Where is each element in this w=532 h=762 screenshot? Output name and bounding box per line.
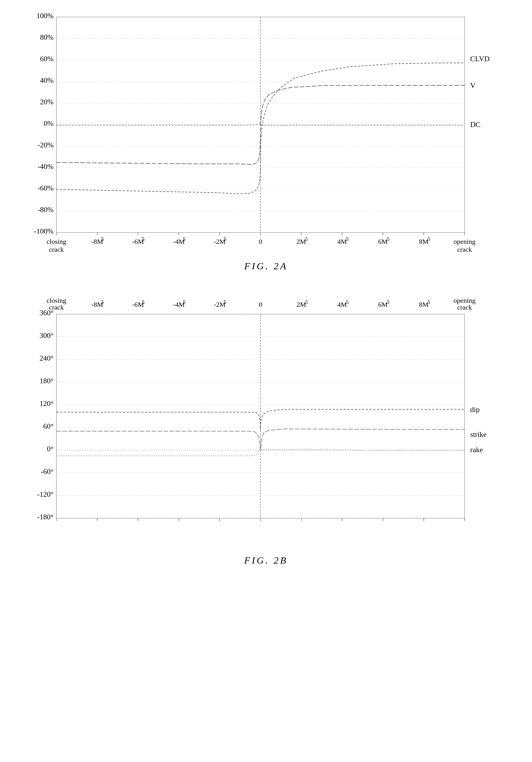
svg-text:-40%: -40% — [38, 162, 53, 171]
svg-text:CLVD: CLVD — [470, 55, 490, 63]
svg-text:240°: 240° — [39, 354, 53, 362]
svg-text:4M: 4M — [337, 238, 346, 245]
svg-text:8M: 8M — [419, 301, 428, 308]
svg-text:opening: opening — [453, 297, 475, 304]
svg-text:120°: 120° — [39, 400, 53, 408]
svg-text:crack: crack — [457, 304, 472, 311]
svg-text:-60%: -60% — [38, 184, 53, 192]
svg-text:closing: closing — [46, 238, 66, 245]
svg-text:80%: 80% — [40, 33, 53, 41]
fig-2a-caption: FIG. 2A — [244, 261, 288, 271]
svg-text:V: V — [470, 81, 476, 90]
svg-text:40%: 40% — [40, 76, 53, 85]
svg-text:5: 5 — [428, 299, 430, 305]
svg-text:-80%: -80% — [38, 205, 53, 214]
svg-text:strike: strike — [470, 430, 487, 438]
svg-text:crack: crack — [49, 246, 64, 253]
svg-text:-180°: -180° — [37, 513, 53, 521]
svg-text:rake: rake — [470, 446, 483, 454]
svg-text:5: 5 — [101, 299, 104, 305]
svg-text:DC: DC — [470, 120, 481, 129]
svg-text:0%: 0% — [44, 119, 53, 127]
svg-text:5: 5 — [142, 236, 145, 242]
svg-text:5: 5 — [183, 236, 186, 242]
svg-text:5: 5 — [305, 299, 308, 305]
svg-text:5: 5 — [428, 236, 430, 242]
fig-2b-caption: FIG. 2B — [244, 555, 288, 566]
svg-text:5: 5 — [142, 299, 145, 305]
svg-text:5: 5 — [101, 236, 104, 242]
figure-2a-block: 100% 80% 60% 40% 20% 0% -20% -40% -60% -… — [17, 11, 515, 271]
chart-2b: closing crack -8M 5 -6M 5 -4M 5 -2M 5 0 … — [25, 294, 507, 549]
svg-text:8M: 8M — [419, 238, 428, 245]
svg-text:20%: 20% — [40, 98, 53, 106]
svg-text:5: 5 — [346, 299, 348, 305]
svg-text:0°: 0° — [47, 445, 53, 453]
figure-2b-block: closing crack -8M 5 -6M 5 -4M 5 -2M 5 0 … — [17, 294, 515, 566]
svg-text:60°: 60° — [43, 422, 53, 430]
page-content: 100% 80% 60% 40% 20% 0% -20% -40% -60% -… — [17, 11, 515, 566]
svg-text:opening: opening — [453, 238, 475, 245]
svg-text:0: 0 — [259, 301, 262, 308]
svg-text:4M: 4M — [337, 301, 346, 308]
svg-text:5: 5 — [305, 236, 308, 242]
svg-text:100%: 100% — [36, 12, 53, 20]
svg-text:0: 0 — [259, 238, 262, 245]
svg-text:-120°: -120° — [37, 490, 53, 498]
svg-text:5: 5 — [183, 299, 186, 305]
svg-text:5: 5 — [346, 236, 348, 242]
svg-text:dip: dip — [470, 405, 480, 414]
svg-text:6M: 6M — [378, 301, 387, 308]
svg-text:5: 5 — [387, 236, 389, 242]
svg-text:-100%: -100% — [34, 227, 53, 235]
chart-2a: 100% 80% 60% 40% 20% 0% -20% -40% -60% -… — [25, 11, 507, 255]
svg-text:5: 5 — [224, 236, 226, 242]
svg-text:5: 5 — [224, 299, 226, 305]
svg-text:300°: 300° — [39, 332, 53, 340]
svg-text:180°: 180° — [39, 377, 53, 385]
svg-text:closing: closing — [46, 297, 66, 304]
svg-text:5: 5 — [387, 299, 389, 305]
svg-text:-60°: -60° — [40, 468, 53, 476]
svg-text:2M: 2M — [296, 301, 306, 308]
svg-text:-20%: -20% — [38, 141, 53, 149]
svg-text:crack: crack — [457, 246, 472, 253]
svg-text:2M: 2M — [296, 238, 306, 245]
svg-text:360°: 360° — [39, 309, 53, 317]
svg-text:60%: 60% — [40, 55, 53, 63]
svg-text:6M: 6M — [378, 238, 387, 245]
